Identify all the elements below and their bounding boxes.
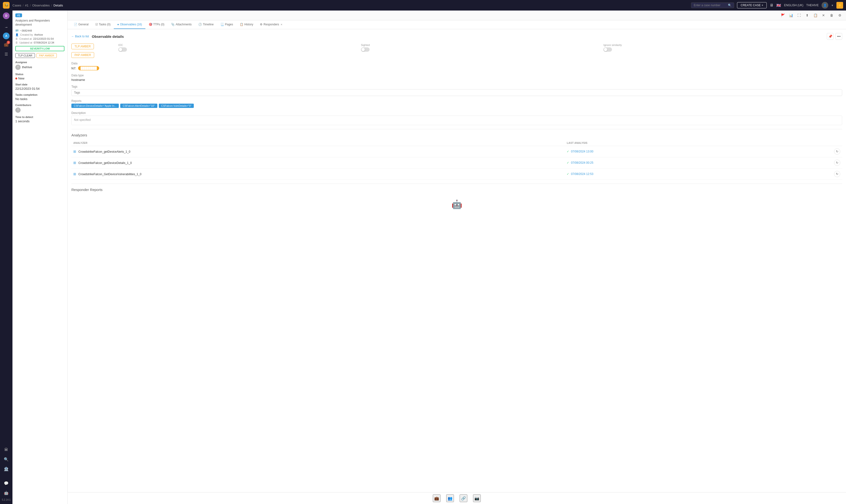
quick-action-btn[interactable]: ⚡	[836, 2, 843, 8]
sidebar-item-help[interactable]: 🤖	[2, 488, 11, 497]
case-number-search[interactable]: 🔍	[691, 2, 734, 8]
breadcrumb-observables[interactable]: Observables	[32, 4, 50, 7]
tab-ttps-icon: 🎯	[149, 23, 152, 26]
case-badge: #1	[15, 13, 22, 17]
back-to-list-link[interactable]: ← Back to list	[71, 35, 89, 38]
tab-tasks[interactable]: ☑ Tasks (0)	[92, 20, 114, 29]
app-logo[interactable]: 🐝	[3, 2, 10, 8]
delete-button[interactable]: 🗑	[828, 12, 835, 19]
breadcrumb-sep-3: /	[51, 4, 52, 7]
tab-responders-close[interactable]: ✕	[280, 23, 282, 26]
tab-attachments[interactable]: 📎 Attachments	[168, 20, 195, 29]
bottom-icon-link[interactable]: 🔗	[460, 494, 467, 502]
flag-button[interactable]: 🚩	[779, 12, 786, 19]
ignore-similarity-toggle[interactable]	[603, 48, 612, 52]
search-input[interactable]	[694, 4, 726, 7]
tab-pages[interactable]: 📃 Pages	[217, 20, 237, 29]
analysis-date-2[interactable]: 07/08/2024 12:53	[571, 172, 593, 176]
data-type-value: hostname	[71, 78, 842, 82]
responder-empty: 🤖	[71, 195, 842, 214]
sidebar-item-list[interactable]: ☰	[2, 50, 11, 58]
monitor-icon[interactable]: 🖥	[770, 3, 773, 7]
analyzer-name-2: CrowdstrikeFalcon_GetDeviceVulnerabiliti…	[78, 173, 141, 176]
sidebar-item-chat[interactable]: 💬	[2, 479, 11, 487]
check-icon-2: ✓	[567, 172, 569, 176]
tab-history-icon: 📋	[240, 23, 243, 26]
pap-button[interactable]: PAP:AMBER	[36, 53, 57, 58]
tab-observables-icon: ●	[117, 23, 119, 26]
data-type-section: Data type hostname	[71, 74, 842, 82]
analysis-date-0[interactable]: 07/08/2024 13:00	[571, 150, 593, 153]
username-label: THEHIVE	[806, 4, 819, 7]
tab-attachments-icon: 📎	[171, 23, 175, 26]
tab-timeline[interactable]: 🕐 Timeline	[195, 20, 217, 29]
fullscreen-button[interactable]: ⛶	[796, 12, 802, 19]
ignore-similarity-section: Ignore similarity	[603, 43, 842, 52]
start-date-label: Start date	[15, 83, 65, 86]
bottom-icon-team[interactable]: 👥	[446, 494, 454, 502]
user-avatar[interactable]: 👤	[822, 2, 828, 8]
tab-ttps[interactable]: 🎯 TTPs (0)	[145, 20, 168, 29]
breadcrumb-case-num[interactable]: #1	[25, 4, 28, 7]
upload-button[interactable]: ⬆	[804, 12, 811, 19]
contributors-label: Contributors	[15, 104, 65, 107]
ioc-section: IOC	[118, 43, 357, 52]
close-button[interactable]: ✕	[820, 12, 827, 19]
badge-count: 1	[7, 41, 10, 44]
sidebar-item-avatar[interactable]: A	[3, 33, 10, 39]
navbar: 🐝 Cases / #1 / Observables / Details 🔍 C…	[0, 0, 846, 11]
tab-general[interactable]: 📄 General	[70, 20, 92, 29]
rerun-button-2[interactable]: ↻	[834, 171, 840, 177]
severity-badge[interactable]: SEVERITY:LOW	[15, 46, 65, 51]
create-case-button[interactable]: CREATE CASE +	[737, 2, 767, 8]
responder-reports-heading: Responder Reports	[71, 187, 842, 192]
settings-button[interactable]: ⚙	[836, 12, 843, 19]
copy-button[interactable]: 📋	[812, 12, 819, 19]
more-options-button[interactable]: •••	[835, 33, 842, 40]
sidebar-item-build[interactable]: 🏛	[2, 445, 11, 454]
chart-button[interactable]: 📊	[788, 12, 794, 19]
bottom-icon-camera[interactable]: 📷	[473, 494, 481, 502]
language-label[interactable]: ENGLISH (UK)	[784, 4, 804, 7]
breadcrumb: Cases / #1 / Observables / Details	[13, 4, 63, 7]
description-label: Description	[71, 111, 842, 115]
rerun-button-1[interactable]: ↻	[834, 160, 840, 166]
breadcrumb-cases[interactable]: Cases	[13, 4, 21, 7]
sidebar-item-cases[interactable]: 💼 1	[2, 40, 11, 49]
analyzer-add-icon-1[interactable]: ⊞	[73, 161, 76, 165]
pin-button[interactable]: 📌	[827, 33, 833, 40]
rerun-button-0[interactable]: ↻	[834, 148, 840, 155]
responder-divider	[71, 183, 842, 184]
sighted-toggle[interactable]	[361, 48, 369, 52]
tab-history[interactable]: 📋 History	[237, 20, 257, 29]
status-label: Status	[15, 73, 65, 76]
bottom-icon-cases[interactable]: 💼	[433, 494, 441, 502]
report-tag-2[interactable]: CSFalcon:VulnDetails="0"	[159, 104, 194, 108]
sidebar-item-nav[interactable]: →	[2, 23, 11, 32]
avatar-dropdown-icon[interactable]: ▼	[831, 4, 833, 7]
analyzer-add-icon-0[interactable]: ⊞	[73, 149, 76, 154]
tasks-value: No tasks	[15, 97, 65, 101]
analysis-date-1[interactable]: 07/08/2024 00:25	[571, 161, 593, 164]
report-tag-1[interactable]: CSFalcon:AlertDetails="10"	[120, 104, 157, 108]
sidebar-item-search[interactable]: 🔍	[2, 455, 11, 464]
sidebar-icons: D → A 💼 1 ☰ 🏛 🔍 🏦 💬 🤖 5.2.14-1	[0, 11, 13, 504]
tlp-button[interactable]: TLP:CLEAR	[15, 53, 35, 58]
report-tag-0[interactable]: CSFalcon:DeviceDetails="Apple In...	[71, 104, 119, 108]
analyzer-add-icon-2[interactable]: ⊞	[73, 172, 76, 176]
sidebar-item-bank[interactable]: 🏦	[2, 465, 11, 473]
pap-amber-badge[interactable]: PAP:AMBER	[71, 52, 94, 58]
ioc-toggle[interactable]	[118, 48, 127, 52]
tasks-completion-label: Tasks completion	[15, 93, 65, 96]
data-prefix: N7:	[71, 67, 76, 70]
data-type-label: Data type	[71, 74, 842, 77]
tlp-amber-badge[interactable]: TLP:AMBER	[71, 43, 94, 49]
col-last-analysis: LAST ANALYSIS	[565, 140, 773, 146]
tags-input[interactable]	[71, 89, 842, 96]
tab-responders[interactable]: ⚙ Responders ✕	[257, 20, 286, 29]
main-content: 🚩 📊 ⛶ ⬆ 📋 ✕ 🗑 ⚙ 📄 General ☑ Tasks (0) ● …	[68, 11, 846, 504]
case-created-at: 22/12/2023 01:54	[33, 37, 54, 40]
status-value: New	[15, 76, 65, 80]
language-flag: 🇬🇧	[776, 3, 781, 8]
tab-observables[interactable]: ● Observables (16)	[114, 20, 145, 29]
